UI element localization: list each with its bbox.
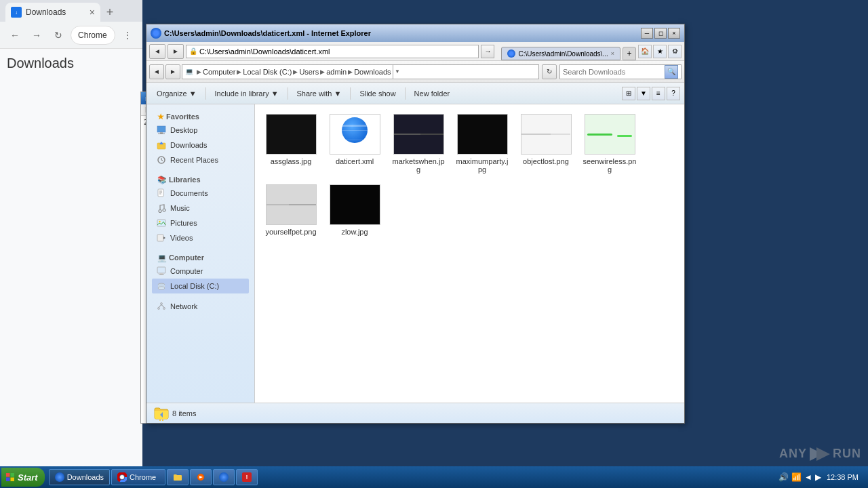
assglass-thumb [266, 114, 317, 155]
view-medium-icons-btn[interactable]: ⊞ [622, 87, 635, 100]
view-dropdown-btn[interactable]: ▼ [637, 87, 650, 100]
sidebar-item-downloads[interactable]: Downloads [152, 138, 249, 152]
breadcrumb-admin[interactable]: admin [326, 68, 347, 76]
refresh-folder-btn[interactable]: ↻ [542, 64, 557, 79]
taskbar-item-security[interactable]: ! [236, 469, 258, 485]
ie-go-btn[interactable]: → [481, 45, 494, 58]
sidebar-item-videos[interactable]: Videos [152, 230, 249, 245]
file-yourselfpet[interactable]: yourselfpet.png [260, 180, 321, 240]
file-zlow[interactable]: zlow.jpg [324, 180, 385, 240]
ie-home-btn[interactable]: 🏠 [638, 45, 652, 58]
taskbar-item-browser2[interactable] [213, 469, 235, 485]
anyrun-text: ANY [779, 447, 807, 461]
chrome-content: Downloads [0, 49, 142, 488]
svg-line-26 [161, 305, 164, 308]
sidebar-item-localdisk[interactable]: Local Disk (C:) [152, 279, 249, 293]
network-tray-icon[interactable]: 📶 [791, 472, 802, 482]
share-arrow: ▼ [334, 89, 342, 98]
start-label: Start [18, 472, 38, 483]
search-button[interactable]: 🔍 [665, 65, 678, 79]
explorer-breadcrumb[interactable]: 💻 ▶ Computer ▶ Local Disk (C:) ▶ Users ▶… [182, 64, 539, 79]
new-folder-btn[interactable]: New folder [408, 86, 456, 101]
sidebar-item-desktop[interactable]: Desktop [152, 123, 249, 138]
maximumparty-thumb [457, 114, 508, 155]
taskbar-item-folder[interactable] [167, 469, 189, 485]
windows-logo [5, 472, 15, 482]
chrome-tab-close[interactable]: × [90, 7, 95, 18]
organize-btn[interactable]: Organize ▼ [151, 86, 203, 101]
chrome-new-tab-btn[interactable]: + [100, 3, 119, 22]
sidebar-item-music[interactable]: Music [152, 201, 249, 216]
ie-new-tab-btn[interactable]: + [623, 47, 636, 60]
breadcrumb-users[interactable]: Users [299, 68, 319, 76]
sidebar-item-network[interactable]: Network [152, 299, 249, 314]
file-daticert[interactable]: daticert.xml [324, 110, 385, 178]
ie-forward-btn[interactable]: ► [167, 44, 184, 59]
search-input[interactable] [563, 68, 662, 76]
sidebar-item-pictures[interactable]: Pictures [152, 216, 249, 230]
folder-forward-btn[interactable]: ► [165, 64, 180, 79]
ie-restore-btn[interactable]: ◻ [654, 28, 667, 39]
ie-favorites-btn[interactable]: ★ [653, 45, 667, 58]
status-info: 8 items [153, 405, 196, 422]
sidebar-item-documents[interactable]: Documents [152, 186, 249, 201]
search-box[interactable]: 🔍 [559, 64, 682, 79]
slideshow-label: Slide show [359, 89, 395, 98]
breadcrumb-dropdown-btn[interactable]: ▼ [393, 64, 402, 79]
libraries-header: 📚 Libraries [152, 173, 249, 186]
taskbar-item-ie[interactable]: Downloads [49, 469, 110, 485]
ie-taskbar-label: Downloads [67, 473, 104, 481]
play-tray-icon[interactable]: ▶ [815, 472, 821, 482]
taskbar-item-mediaplayer[interactable] [190, 469, 212, 485]
arrow-tray-icon[interactable]: ◄ [804, 472, 812, 482]
network-icon [156, 301, 167, 312]
svg-line-25 [159, 305, 161, 308]
start-button[interactable]: Start [1, 468, 45, 487]
breadcrumb-downloads[interactable]: Downloads [354, 68, 391, 76]
ie-back-btn[interactable]: ◄ [149, 44, 165, 59]
chrome-address-bar[interactable]: Chrome [71, 26, 115, 45]
browser2-taskbar-icon [219, 472, 229, 482]
file-seenwireless[interactable]: seenwireless.png [579, 110, 640, 178]
ie-tab-close-btn[interactable]: × [611, 50, 614, 57]
daticert-thumb [330, 114, 380, 155]
sidebar-item-computer[interactable]: Computer [152, 264, 249, 279]
sidebar-item-recent[interactable]: Recent Places [152, 152, 249, 167]
nav-buttons: ◄ ► [149, 64, 180, 79]
view-details-btn[interactable]: ≡ [652, 87, 665, 100]
svg-point-36 [120, 475, 124, 479]
taskbar: Start Downloads Chrome [0, 466, 868, 488]
ie-close-btn[interactable]: × [668, 28, 680, 39]
svg-rect-8 [158, 189, 163, 197]
yourselfpet-thumb [266, 184, 317, 225]
svg-rect-1 [160, 132, 163, 134]
sidebar-downloads-label: Downloads [170, 141, 207, 149]
ie-main-area: ★ Favorites Desktop Downloads [146, 104, 684, 403]
chrome-forward-btn[interactable]: → [27, 26, 46, 45]
file-objectlost[interactable]: objectlost.png [515, 110, 576, 178]
file-maximumparty[interactable]: maximumparty.jpg [452, 110, 513, 178]
chrome-tab-downloads[interactable]: ↓ Downloads × [5, 3, 100, 22]
chrome-back-btn[interactable]: ← [5, 26, 24, 45]
volume-icon[interactable]: 🔊 [778, 472, 789, 482]
breadcrumb-computer[interactable]: Computer [203, 68, 235, 76]
share-with-btn[interactable]: Share with ▼ [291, 86, 348, 101]
chrome-menu-btn[interactable]: ⋮ [118, 26, 137, 45]
help-btn[interactable]: ? [667, 87, 680, 100]
svg-point-23 [158, 308, 160, 310]
svg-rect-32 [6, 478, 10, 482]
computer-icon [156, 266, 167, 277]
file-assglass[interactable]: assglass.jpg [260, 110, 321, 178]
file-marketswhen[interactable]: marketswhen.jpg [388, 110, 449, 178]
ie-address-bar[interactable]: 🔒 C:\Users\admin\Downloads\daticert.xml [186, 45, 479, 58]
breadcrumb-localdisk[interactable]: Local Disk (C:) [243, 68, 292, 76]
taskbar-item-chrome[interactable]: Chrome [111, 469, 165, 485]
organize-arrow: ▼ [189, 89, 197, 98]
folder-back-btn[interactable]: ◄ [149, 64, 164, 79]
slideshow-btn[interactable]: Slide show [353, 86, 401, 101]
ie-minimize-btn[interactable]: ─ [641, 28, 653, 39]
svg-point-22 [161, 303, 163, 305]
include-library-btn[interactable]: Include in library ▼ [209, 86, 285, 101]
chrome-refresh-btn[interactable]: ↻ [49, 26, 68, 45]
ie-tools-btn[interactable]: ⚙ [668, 45, 682, 58]
